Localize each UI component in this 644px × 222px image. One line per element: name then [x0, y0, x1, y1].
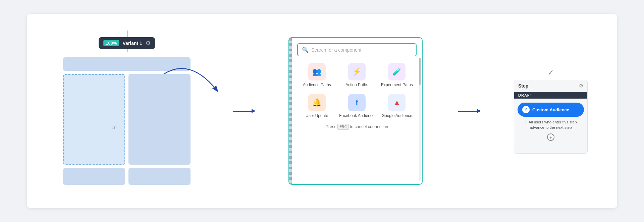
step-gear-icon[interactable]: ⚙: [579, 83, 583, 89]
google-audience-icon: ▲: [388, 94, 406, 111]
picker-inner: 🔍 Search for a component 👥 Audience Path…: [292, 38, 422, 184]
arrow-1: [229, 111, 256, 112]
component-item-user-update[interactable]: 🔔 User Update: [299, 94, 335, 119]
arrow-down-icon: ↓: [525, 119, 527, 125]
component-item-audience-paths[interactable]: 👥 Audience Paths: [299, 63, 335, 88]
grid-bottom-right: [128, 168, 191, 185]
esc-key: ESC: [337, 124, 349, 130]
facebook-audience-icon: f: [348, 94, 366, 111]
esc-hint-text: Press: [326, 124, 337, 129]
variant-badge: 100%: [103, 40, 119, 46]
arrow-right-1: [233, 111, 253, 112]
custom-audience-label: Custom Audience: [532, 107, 569, 112]
plus-circle-bottom: +: [514, 133, 587, 141]
step-panel-wrapper: ✓ Step ⚙ DRAFT f Custom Audience ↓ All u…: [514, 68, 588, 154]
step-panel: Step ⚙ DRAFT f Custom Audience ↓ All use…: [514, 80, 588, 154]
facebook-audience-label: Facebook Audience: [339, 113, 374, 119]
variant-node[interactable]: 100% Variant 1 ⚙: [99, 37, 155, 49]
step-hint-text: All users who enter this step advance to…: [529, 120, 577, 129]
experiment-paths-icon: 🧪: [388, 63, 406, 80]
component-item-google-audience[interactable]: ▲ Google Audience: [379, 94, 415, 119]
search-placeholder: Search for a component: [311, 47, 361, 53]
action-paths-label: Action Paths: [345, 82, 368, 88]
action-paths-icon: ⚡: [348, 63, 366, 80]
experiment-paths-label: Experiment Paths: [381, 82, 413, 88]
facebook-icon-circle: f: [522, 106, 530, 113]
scrollbar-track[interactable]: [419, 58, 421, 181]
canvas-panel: 100% Variant 1 ⚙ + ☞: [56, 31, 197, 191]
scrollbar-thumb[interactable]: [419, 58, 421, 85]
checkmark-indicator: ✓: [548, 68, 554, 77]
audience-paths-icon: 👥: [308, 63, 326, 80]
cursor-icon: ☞: [111, 124, 117, 131]
step-hint: ↓ All users who enter this step advance …: [514, 119, 587, 130]
search-icon: 🔍: [302, 47, 309, 53]
audience-paths-label: Audience Paths: [303, 82, 331, 88]
curved-arrow-svg: [164, 64, 231, 104]
step-header: Step ⚙: [514, 80, 587, 92]
variant-gear-icon[interactable]: ⚙: [146, 40, 150, 46]
components-grid: 👥 Audience Paths ⚡ Action Paths 🧪 Experi…: [297, 63, 417, 118]
google-audience-label: Google Audience: [382, 113, 412, 119]
component-item-facebook-audience[interactable]: f Facebook Audience: [338, 94, 375, 119]
component-picker-panel: 🔍 Search for a component 👥 Audience Path…: [288, 37, 423, 185]
arrow-right-2: [458, 111, 478, 112]
user-update-icon: 🔔: [308, 94, 326, 111]
arrow-2: [455, 111, 482, 112]
picker-stripe: [289, 38, 292, 184]
search-bar[interactable]: 🔍 Search for a component: [297, 43, 417, 56]
main-container: 100% Variant 1 ⚙ + ☞: [27, 14, 617, 208]
grid-bottom-left: [63, 168, 125, 185]
custom-audience-button[interactable]: f Custom Audience: [518, 103, 584, 117]
step-title: Step: [518, 83, 528, 89]
add-step-button[interactable]: +: [547, 133, 554, 141]
variant-label: Variant 1: [122, 41, 142, 46]
draft-bar: DRAFT: [514, 92, 587, 99]
user-update-label: User Update: [306, 113, 328, 119]
grid-cell-left[interactable]: ☞: [63, 74, 125, 165]
component-item-experiment-paths[interactable]: 🧪 Experiment Paths: [379, 63, 415, 88]
component-item-action-paths[interactable]: ⚡ Action Paths: [338, 63, 375, 88]
esc-hint-suffix: to cancel connection: [349, 124, 388, 129]
esc-hint: Press ESC to cancel connection: [297, 124, 417, 129]
